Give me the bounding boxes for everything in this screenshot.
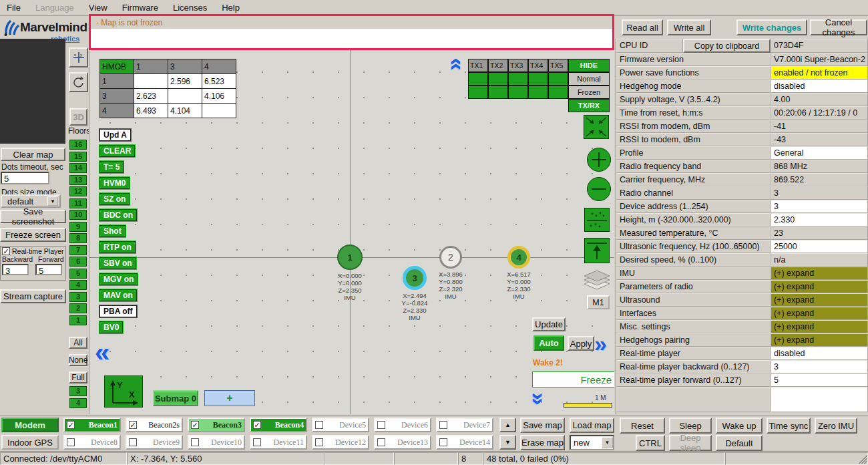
param-value[interactable]: 869.522	[771, 173, 868, 186]
device-cell-device10[interactable]: Device10	[188, 435, 245, 450]
param-value[interactable]: 868 MHz	[771, 160, 868, 173]
device-cell-device5[interactable]: Device5	[312, 418, 369, 432]
layers-button[interactable]	[582, 269, 612, 294]
tx-frozen-button[interactable]: Frozen	[568, 86, 610, 99]
default-button[interactable]: Default	[716, 435, 763, 451]
param-value[interactable]: (+) expand	[771, 293, 868, 307]
erase-map-button[interactable]: Erase map	[520, 435, 565, 450]
floor-number-13[interactable]: 13	[69, 175, 87, 185]
menu-item-licenses[interactable]: Licenses	[173, 3, 207, 13]
param-value[interactable]: 00:20:06 / 12:17:19 / 0	[771, 106, 868, 120]
param-value[interactable]: disabled	[771, 80, 868, 93]
clear-map-button[interactable]: Clear map	[1, 148, 65, 161]
beacon-1[interactable]: 1	[337, 245, 363, 270]
param-value[interactable]: (+) expand	[771, 333, 868, 347]
load-map-button[interactable]: Load map	[570, 418, 614, 433]
dots-timeout-input[interactable]: 5	[1, 172, 49, 184]
device-cell-beacon3[interactable]: ✓Beacon3	[188, 418, 245, 432]
floor-number-16[interactable]: 16	[69, 140, 87, 150]
dots-size-mode-select[interactable]: default ▼	[1, 194, 61, 208]
map-canvas[interactable]: HMOB13412.5966.52332.6234.10646.4934.104…	[89, 50, 614, 414]
tx-cell[interactable]	[528, 72, 548, 86]
resize-grip-icon[interactable]	[859, 455, 867, 464]
device-checkbox[interactable]	[253, 438, 261, 446]
clear-button[interactable]: CLEAR	[99, 145, 135, 157]
floor-number-5[interactable]: 5	[69, 269, 87, 279]
device-cell-device13[interactable]: Device13	[374, 435, 431, 450]
param-value[interactable]: enabled / not frozen	[771, 66, 868, 80]
device-cell-device8[interactable]: Device8	[63, 435, 121, 450]
tx-normal-button[interactable]: Normal	[568, 72, 610, 86]
param-value[interactable]: 25000	[771, 240, 868, 253]
tx-cell[interactable]	[488, 86, 508, 99]
submap-0-button[interactable]: Submap 0	[153, 390, 198, 406]
param-value[interactable]: 5	[771, 373, 868, 387]
scroll-up-button[interactable]: ▲	[499, 418, 516, 432]
write-changes-button[interactable]: Write changes	[736, 19, 807, 35]
ctrl-button[interactable]: CTRL	[636, 435, 665, 451]
param-value[interactable]: 23	[771, 226, 868, 240]
floor-number-10[interactable]: 10	[69, 210, 87, 220]
floor-number-14[interactable]: 14	[69, 163, 87, 173]
reset-button[interactable]: Reset	[620, 418, 665, 434]
tx-cell[interactable]	[528, 86, 548, 99]
param-value[interactable]: (+) expand	[771, 320, 868, 333]
device-cell-modem[interactable]: Modem	[1, 418, 59, 432]
device-checkbox[interactable]	[377, 438, 385, 446]
mav-on-button[interactable]: MAV on	[99, 289, 137, 301]
device-checkbox[interactable]: ✓	[67, 421, 75, 429]
stream-capture-button[interactable]: Stream capture	[0, 289, 66, 303]
forward-input[interactable]: 5	[35, 264, 62, 275]
device-checkbox[interactable]: ✓	[253, 421, 261, 429]
floor-number-11[interactable]: 11	[69, 198, 87, 208]
bv0-button[interactable]: BV0	[99, 321, 123, 333]
tx-cell[interactable]	[548, 86, 568, 99]
add-submap-button[interactable]: +	[204, 390, 255, 406]
freeze-submap-button[interactable]: Freeze submap	[532, 371, 614, 388]
param-value[interactable]: 3	[771, 200, 868, 213]
wake-up-button[interactable]: Wake up	[716, 418, 763, 434]
write-all-button[interactable]: Write all	[667, 19, 711, 35]
device-checkbox[interactable]	[67, 438, 75, 446]
freeze-screen-button[interactable]: Freeze screen	[0, 228, 66, 242]
param-value[interactable]: (+) expand	[771, 280, 868, 293]
chevron-down-icon[interactable]: »	[528, 393, 551, 406]
device-cell-beacon2s[interactable]: ✓Beacon2s	[126, 418, 183, 432]
device-cell-device6[interactable]: Device6	[374, 418, 431, 432]
fit-to-screen-button[interactable]	[584, 115, 609, 141]
floor-extra-3[interactable]: 3	[69, 386, 87, 396]
floor-number-9[interactable]: 9	[69, 222, 87, 232]
floor-number-7[interactable]: 7	[69, 245, 87, 255]
device-cell-device14[interactable]: Device14	[436, 435, 493, 450]
hvm0-button[interactable]: HVM0	[99, 177, 130, 189]
tx-cell[interactable]	[468, 72, 488, 86]
menu-item-file[interactable]: File	[7, 3, 21, 13]
mgv-on-button[interactable]: MGV on	[99, 273, 138, 285]
floor-extra-4[interactable]: 4	[69, 398, 87, 408]
dots-display-button[interactable]	[584, 208, 610, 234]
read-all-button[interactable]: Read all	[622, 19, 663, 35]
chevron-right-icon[interactable]: »	[594, 332, 607, 355]
param-value[interactable]: disabled	[771, 347, 868, 360]
device-checkbox[interactable]	[191, 438, 199, 446]
tx-cell[interactable]	[508, 86, 528, 99]
apply-button[interactable]: Apply	[568, 336, 594, 351]
floors-all-button[interactable]: All	[69, 337, 87, 349]
param-value[interactable]: (+) expand	[771, 307, 868, 320]
chevron-down-icon[interactable]: ▼	[602, 437, 613, 448]
menu-item-help[interactable]: Help	[222, 3, 240, 13]
floor-number-2[interactable]: 2	[69, 303, 87, 313]
device-checkbox[interactable]	[439, 421, 447, 429]
tx-cell[interactable]	[548, 72, 568, 86]
upd-a-button[interactable]: Upd A	[99, 129, 131, 141]
chevron-down-icon[interactable]: ▼	[47, 196, 58, 206]
backward-input[interactable]: 3	[2, 264, 29, 275]
deep-sleep-button[interactable]: Deep sleep	[669, 435, 712, 451]
zoom-in-button[interactable]	[586, 147, 612, 174]
beacon-4[interactable]: 4	[507, 246, 530, 269]
auto-button[interactable]: Auto	[533, 335, 564, 351]
update-button[interactable]: Update	[532, 317, 566, 331]
device-checkbox[interactable]: ✓	[129, 421, 137, 429]
param-value[interactable]: 2.330	[771, 213, 868, 226]
device-cell-beacon1[interactable]: ✓Beacon1	[63, 418, 121, 432]
